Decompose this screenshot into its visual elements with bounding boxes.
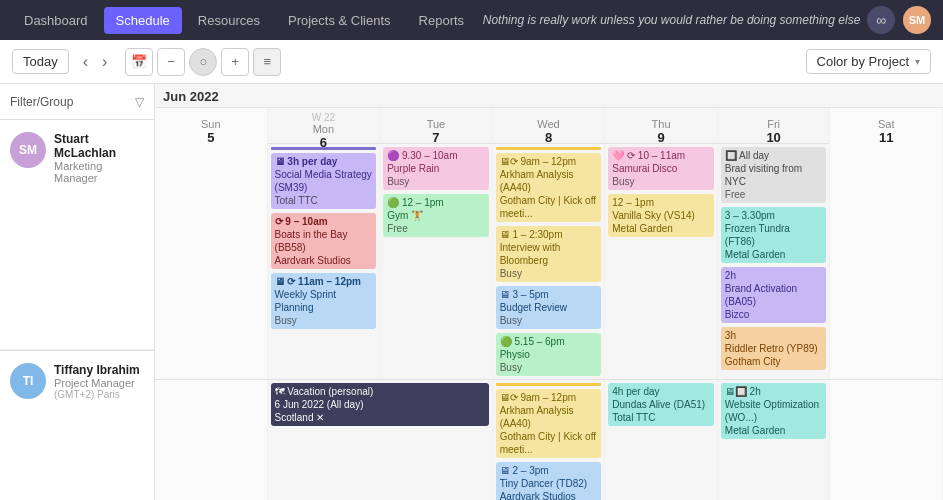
day-name-sat: Sat <box>878 118 895 130</box>
calendar-icon-btn[interactable]: 📅 <box>125 48 153 76</box>
calendar-area: Jun 2022 Sun 5 W 22 Mon 6 Tue 7 Wed 8 Th… <box>155 84 943 500</box>
person1-row: 🖥 3h per day Social Media Strategy (SM39… <box>155 144 943 380</box>
nav-arrows: ‹ › <box>77 51 114 73</box>
cell-p2-mon: 🗺 Vacation (personal) 6 Jun 2022 (All da… <box>268 380 493 500</box>
next-button[interactable]: › <box>96 51 113 73</box>
event-riddler-retro[interactable]: 3h Riddler Retro (YP89) Gotham City <box>721 327 827 370</box>
day-name-wed: Wed <box>537 118 559 130</box>
user-avatar[interactable]: SM <box>903 6 931 34</box>
chevron-down-icon: ▾ <box>915 56 920 67</box>
avatar-1: SM <box>10 132 46 168</box>
event-social-media[interactable]: 🖥 3h per day Social Media Strategy (SM39… <box>271 153 377 209</box>
week-num-mon: W 22 <box>312 112 335 123</box>
month-label: Jun 2022 <box>155 84 943 108</box>
event-vacation-ti[interactable]: 🗺 Vacation (personal) 6 Jun 2022 (All da… <box>271 383 489 426</box>
cell-p2-sat <box>830 380 943 500</box>
filter-icon[interactable]: ▽ <box>135 95 144 109</box>
event-physio[interactable]: 🟢 5.15 – 6pm Physio Busy <box>496 333 602 376</box>
cell-p1-sat <box>830 144 943 379</box>
top-nav: Dashboard Schedule Resources Projects & … <box>0 0 943 40</box>
event-frozen-tundra[interactable]: 3 – 3.30pm Frozen Tundra (FT86) Metal Ga… <box>721 207 827 263</box>
cell-p2-wed: 🖥⟳ 9am – 12pm Arkham Analysis (AA40) Got… <box>493 380 606 500</box>
event-purple-rain[interactable]: 🟣 9.30 – 10am Purple Rain Busy <box>383 147 489 190</box>
cell-p1-fri: 🔲 All day Brad visiting from NYC Free 3 … <box>718 144 831 379</box>
day-name-thu: Thu <box>652 118 671 130</box>
event-gym[interactable]: 🟢 12 – 1pm Gym 🏋 Free <box>383 194 489 237</box>
nav-reports[interactable]: Reports <box>407 7 477 34</box>
nav-announcement: Nothing is really work unless you would … <box>480 13 863 27</box>
calendar-scroll-body[interactable]: 🖥 3h per day Social Media Strategy (SM39… <box>155 144 943 500</box>
event-arkham-wed[interactable]: 🖥⟳ 9am – 12pm Arkham Analysis (AA40) Got… <box>496 153 602 222</box>
zoom-out-btn[interactable]: − <box>157 48 185 76</box>
event-dundas[interactable]: 4h per day Dundas Alive (DA51) Total TTC <box>608 383 714 426</box>
event-boats[interactable]: ⟳ 9 – 10am Boats in the Bay (BB58) Aardv… <box>271 213 377 269</box>
sidebar: Filter/Group ▽ SM Stuart McLachlan Marke… <box>0 84 155 500</box>
prev-button[interactable]: ‹ <box>77 51 94 73</box>
day-name-sun: Sun <box>201 118 221 130</box>
today-button[interactable]: Today <box>12 49 69 74</box>
list-view-btn[interactable]: ≡ <box>253 48 281 76</box>
person-role-2: Project Manager <box>54 377 140 389</box>
event-tiny-dancer[interactable]: 🖥 2 – 3pm Tiny Dancer (TD82) Aardvark St… <box>496 462 602 500</box>
cell-p1-tue: 🟣 9.30 – 10am Purple Rain Busy 🟢 12 – 1p… <box>380 144 493 379</box>
event-brad[interactable]: 🔲 All day Brad visiting from NYC Free <box>721 147 827 203</box>
cell-p1-thu: 🩷 ⟳ 10 – 11am Samurai Disco Busy 12 – 1p… <box>605 144 718 379</box>
zoom-in-btn[interactable]: + <box>221 48 249 76</box>
day-num-fri: 10 <box>766 130 780 145</box>
event-sprint-mon[interactable]: 🖥 ⟳ 11am – 12pm Weekly Sprint Planning B… <box>271 273 377 329</box>
cell-p1-wed: 🖥⟳ 9am – 12pm Arkham Analysis (AA40) Got… <box>493 144 606 379</box>
calendar-header: Sun 5 W 22 Mon 6 Tue 7 Wed 8 Thu 9 Fri <box>155 108 943 144</box>
event-brand-activation[interactable]: 2h Brand Activation (BA05) Bizco <box>721 267 827 323</box>
day-num-tue: 7 <box>432 130 439 145</box>
cell-p1-sun <box>155 144 268 379</box>
event-website-opt[interactable]: 🖥🔲 2h Website Optimization (WO...) Metal… <box>721 383 827 439</box>
cell-p2-thu: 4h per day Dundas Alive (DA51) Total TTC <box>605 380 718 500</box>
cell-p2-fri: 🖥🔲 2h Website Optimization (WO...) Metal… <box>718 380 831 500</box>
event-budget[interactable]: 🖥 3 – 5pm Budget Review Busy <box>496 286 602 329</box>
person-info-2: Tiffany Ibrahim Project Manager (GMT+2) … <box>54 363 140 400</box>
sidebar-person-1: SM Stuart McLachlan Marketing Manager <box>0 120 154 350</box>
day-num-thu: 9 <box>657 130 664 145</box>
nav-dashboard[interactable]: Dashboard <box>12 7 100 34</box>
filter-group-label: Filter/Group <box>10 95 129 109</box>
nav-projects-clients[interactable]: Projects & Clients <box>276 7 403 34</box>
event-samurai[interactable]: 🩷 ⟳ 10 – 11am Samurai Disco Busy <box>608 147 714 190</box>
avatar-2: TI <box>10 363 46 399</box>
sidebar-person-2: TI Tiffany Ibrahim Project Manager (GMT+… <box>0 350 154 476</box>
cell-p2-sun <box>155 380 268 500</box>
day-name-tue: Tue <box>427 118 446 130</box>
view-icons: 📅 − ○ + ≡ <box>125 48 281 76</box>
person-role-1: Marketing Manager <box>54 160 144 184</box>
sidebar-header: Filter/Group ▽ <box>0 84 154 120</box>
person-name-2: Tiffany Ibrahim <box>54 363 140 377</box>
infinity-icon[interactable]: ∞ <box>867 6 895 34</box>
day-name-fri: Fri <box>767 118 780 130</box>
nav-icons: ∞ SM <box>867 6 931 34</box>
person2-row: 🗺 Vacation (personal) 6 Jun 2022 (All da… <box>155 380 943 500</box>
event-vanilla-sky[interactable]: 12 – 1pm Vanilla Sky (VS14) Metal Garden <box>608 194 714 237</box>
person-name-1: Stuart McLachlan <box>54 132 144 160</box>
cell-p1-mon: 🖥 3h per day Social Media Strategy (SM39… <box>268 144 381 379</box>
day-name-mon: Mon <box>313 123 334 135</box>
day-num-wed: 8 <box>545 130 552 145</box>
person-info-1: Stuart McLachlan Marketing Manager <box>54 132 144 184</box>
day-num-sun: 5 <box>207 130 214 145</box>
event-bloomberg[interactable]: 🖥 1 – 2:30pm Interview with Bloomberg Bu… <box>496 226 602 282</box>
nav-resources[interactable]: Resources <box>186 7 272 34</box>
color-by-label: Color by Project <box>817 54 909 69</box>
toolbar: Today ‹ › 📅 − ○ + ≡ Color by Project ▾ <box>0 40 943 84</box>
person-tz-2: (GMT+2) Paris <box>54 389 140 400</box>
zoom-circle-btn[interactable]: ○ <box>189 48 217 76</box>
nav-schedule[interactable]: Schedule <box>104 7 182 34</box>
day-num-sat: 11 <box>879 130 893 145</box>
event-arkham-ti[interactable]: 🖥⟳ 9am – 12pm Arkham Analysis (AA40) Got… <box>496 389 602 458</box>
color-by-dropdown[interactable]: Color by Project ▾ <box>806 49 931 74</box>
sidebar-scroll: SM Stuart McLachlan Marketing Manager TI… <box>0 120 154 476</box>
